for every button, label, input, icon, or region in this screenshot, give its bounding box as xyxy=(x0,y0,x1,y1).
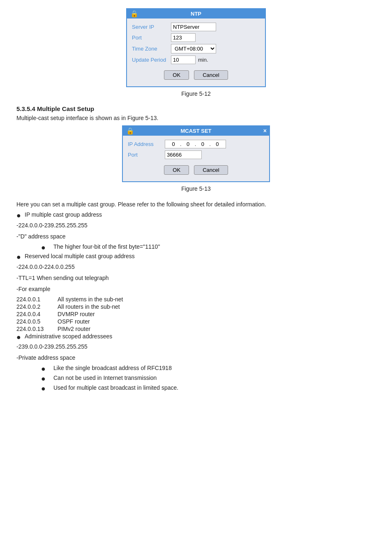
sub-bullet-c-text: Used for multiple cast broadcast in limi… xyxy=(53,384,178,391)
ip-octet-3[interactable] xyxy=(197,141,208,147)
mcast-dialog-container: 🔒 MCAST SET × IP Address . . . Port xyxy=(16,125,376,182)
ntp-dialog-container: 🔒 NTP Server IP Port Time Zone GMT+08:00… xyxy=(16,8,376,87)
ntp-icon: 🔒 xyxy=(130,10,138,18)
example-desc-4: OSPF router xyxy=(58,318,90,325)
mcast-cancel-button[interactable]: Cancel xyxy=(194,165,228,175)
ip-address-fields: . . . xyxy=(165,140,226,148)
timezone-row: Time Zone GMT+08:00 xyxy=(132,44,260,53)
mcast-port-input[interactable] xyxy=(165,150,202,159)
mcast-title-bar: 🔒 MCAST SET × xyxy=(123,126,269,136)
body-intro: Here you can set a multiple cast group. … xyxy=(16,200,376,209)
ntp-title-bar: 🔒 NTP xyxy=(127,9,265,18)
sub-bullet-1-text: The higher four-bit of the first byte="1… xyxy=(53,243,160,250)
sub-bullet-dot-a: ● xyxy=(41,365,53,374)
example-row-3: 224.0.0.4 DVMRP router xyxy=(16,311,376,317)
ip-dot-1: . xyxy=(179,141,182,147)
ip-octet-2[interactable] xyxy=(182,141,194,147)
example-row-2: 224.0.0.2 All routers in the sub-net xyxy=(16,303,376,310)
ntp-cancel-button[interactable]: Cancel xyxy=(194,70,228,80)
mcast-dialog-buttons: OK Cancel xyxy=(128,161,264,178)
mcast-dialog-body: IP Address . . . Port OK Cancel xyxy=(123,136,269,181)
ntp-dialog-body: Server IP Port Time Zone GMT+08:00 Updat… xyxy=(127,18,265,86)
port-row: Port xyxy=(132,33,260,42)
ntp-dialog-buttons: OK Cancel xyxy=(132,66,260,83)
example-addr-2: 224.0.0.2 xyxy=(16,303,49,310)
sub-bullet-a-text: Like the single broadcast address of RFC… xyxy=(53,365,172,371)
ntp-ok-button[interactable]: OK xyxy=(164,70,189,80)
range-3: -239.0.0.0-239.255.255.255 xyxy=(16,342,376,351)
for-example: -For example xyxy=(16,285,376,294)
bullet-dot-3: ● xyxy=(16,333,25,342)
example-addr-3: 224.0.0.4 xyxy=(16,311,49,317)
port-input[interactable] xyxy=(171,33,196,42)
bullet-1: ● IP multiple cast group address xyxy=(16,211,376,220)
example-row-4: 224.0.0.5 OSPF router xyxy=(16,318,376,325)
example-addr-4: 224.0.0.5 xyxy=(16,318,49,325)
bullet-2-text: Reserved local multiple cast group addre… xyxy=(25,253,135,259)
figure-5-13-caption: Figure 5-13 xyxy=(16,185,376,192)
ntp-dialog: 🔒 NTP Server IP Port Time Zone GMT+08:00… xyxy=(126,8,266,87)
timezone-select[interactable]: GMT+08:00 xyxy=(171,44,216,53)
example-desc-1: All systems in the sub-net xyxy=(58,296,123,303)
mcast-title: MCAST SET xyxy=(180,128,211,134)
mcast-port-row: Port xyxy=(128,150,264,159)
server-ip-label: Server IP xyxy=(132,24,171,30)
bullet-1-text: IP multiple cast group address xyxy=(25,211,102,218)
mcast-dialog: 🔒 MCAST SET × IP Address . . . Port xyxy=(122,125,270,182)
d-address: -"D" address space xyxy=(16,232,376,241)
timezone-label: Time Zone xyxy=(132,46,171,52)
mcast-port-label: Port xyxy=(128,152,165,158)
server-ip-row: Server IP xyxy=(132,23,260,31)
sub-bullet-dot-1: ● xyxy=(41,243,53,252)
section-534-heading: 5.3.5.4 Multiple Cast Setup xyxy=(16,105,376,112)
private-addr: -Private address space xyxy=(16,354,376,362)
update-period-label: Update Period xyxy=(132,57,171,63)
bullet-3: ● Administrative scoped addressees xyxy=(16,333,376,342)
section-534-intro: Multiple-cast setup interface is shown a… xyxy=(16,115,376,121)
range-1: -224.0.0.0-239.255.255.255 xyxy=(16,221,376,230)
ip-octet-1[interactable] xyxy=(168,141,179,147)
example-desc-2: All routers in the sub-net xyxy=(58,303,120,310)
update-period-suffix: min. xyxy=(198,57,208,63)
example-row-1: 224.0.0.1 All systems in the sub-net xyxy=(16,296,376,303)
server-ip-input[interactable] xyxy=(171,23,216,31)
mcast-ok-button[interactable]: OK xyxy=(164,165,189,175)
ip-address-row: IP Address . . . xyxy=(128,140,264,148)
bullet-3-text: Administrative scoped addressees xyxy=(25,333,112,340)
sub-bullet-a: ● Like the single broadcast address of R… xyxy=(33,365,376,374)
mcast-close-button[interactable]: × xyxy=(263,127,267,134)
ttl-text: -TTL=1 When sending out telegraph xyxy=(16,274,376,282)
ntp-title: NTP xyxy=(191,11,201,17)
example-desc-3: DVMRP router xyxy=(58,311,95,317)
example-row-5: 224.0.0.13 PIMv2 router xyxy=(16,326,376,332)
example-addr-5: 224.0.0.13 xyxy=(16,326,49,332)
example-desc-5: PIMv2 router xyxy=(58,326,90,332)
sub-bullet-b-text: Can not be used in Internet transmission xyxy=(53,375,157,381)
ip-octet-4[interactable] xyxy=(212,141,223,147)
figure-5-12-caption: Figure 5-12 xyxy=(16,90,376,97)
sub-bullet-c: ● Used for multiple cast broadcast in li… xyxy=(33,384,376,393)
sub-bullet-b: ● Can not be used in Internet transmissi… xyxy=(33,375,376,384)
ip-dot-3: . xyxy=(208,141,212,147)
update-period-input[interactable] xyxy=(171,56,196,64)
update-period-row: Update Period min. xyxy=(132,56,260,64)
port-label: Port xyxy=(132,35,171,41)
bullet-dot-1: ● xyxy=(16,211,25,220)
bullet-2: ● Reserved local multiple cast group add… xyxy=(16,253,376,262)
example-addr-1: 224.0.0.1 xyxy=(16,296,49,303)
ip-dot-2: . xyxy=(194,141,197,147)
sub-bullet-dot-b: ● xyxy=(41,375,53,384)
sub-bullet-dot-c: ● xyxy=(41,384,53,393)
mcast-icon: 🔒 xyxy=(126,127,134,135)
bullet-dot-2: ● xyxy=(16,253,25,262)
ip-address-label: IP Address xyxy=(128,141,165,147)
sub-bullet-1: ● The higher four-bit of the first byte=… xyxy=(33,243,376,252)
range-2: -224.0.0.0-224.0.0.255 xyxy=(16,263,376,271)
